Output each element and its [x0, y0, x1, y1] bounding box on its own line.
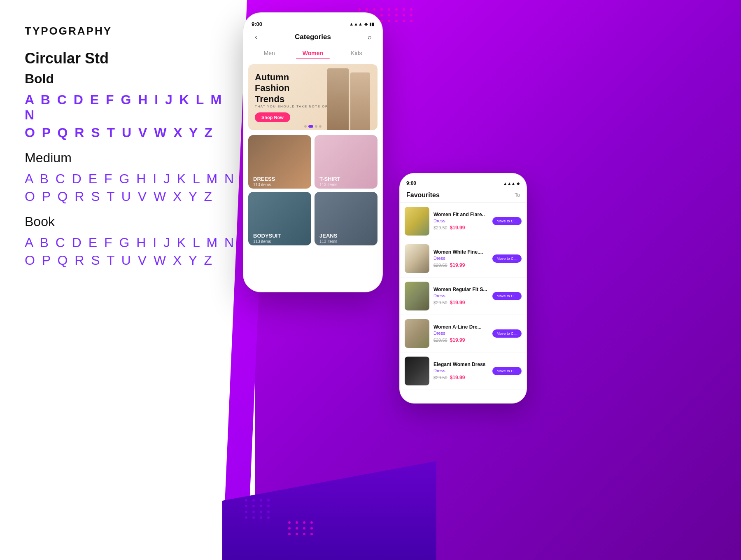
- tab-men[interactable]: Men: [257, 47, 282, 59]
- font-block-book: Book A B C D E F G H I J K L M N O P Q R…: [25, 214, 239, 268]
- typography-section: TYPOGRAPHY Circular Std Bold A B C D E F…: [25, 25, 239, 278]
- phone-header: ‹ Categories ⌕: [243, 31, 382, 43]
- alphabet-medium-row2: O P Q R S T U V W X Y Z: [25, 189, 239, 204]
- category-label-tshirt: T-SHIRT: [319, 176, 340, 182]
- alphabet-bold-row2: O P Q R S T U V W X Y Z: [25, 125, 239, 140]
- sec-status-time: 9:00: [406, 180, 416, 186]
- font-weight-book-label: Book: [25, 214, 239, 229]
- phone-main-mockup: 9:00 ▲▲▲ ◆ ▮▮ ‹ Categories ⌕ Men Women K…: [243, 12, 383, 292]
- fav-item-image-1: [405, 207, 429, 236]
- fav-item-category-4: Dress: [433, 331, 488, 336]
- category-card-jeans[interactable]: JEANS 113 items: [315, 192, 377, 245]
- fav-item-details-3: Women Regular Fit S... Dress $29.50 $19.…: [433, 287, 488, 306]
- banner-subtitle: THAT YOU SHOULD TAKE NOTE OF: [255, 105, 328, 108]
- category-count-bodysuit: 113 items: [253, 239, 271, 244]
- font-weight-bold-label: Bold: [25, 71, 239, 86]
- fav-item-name-1: Women Fit and Flare..: [433, 212, 488, 217]
- fav-move-to-cart-5[interactable]: Move to Cl...: [492, 367, 522, 375]
- phone-status-bar: 9:00 ▲▲▲ ◆ ▮▮: [243, 13, 382, 31]
- fav-item-image-3: [405, 282, 429, 310]
- fav-item-details-2: Women White Fine.... Dress $29.50 $19.99: [433, 249, 488, 268]
- phone-secondary-mockup: 9:00 ▲▲▲ ◆ Favourites To Women Fit and F…: [399, 173, 527, 404]
- fav-item-details-1: Women Fit and Flare.. Dress $29.50 $19.9…: [433, 212, 488, 231]
- sec-wifi-icon: ◆: [517, 181, 520, 186]
- fav-move-to-cart-2[interactable]: Move to Cl...: [492, 254, 522, 263]
- category-label-bodysuit: BODYSUIT: [253, 233, 281, 239]
- fav-move-to-cart-4[interactable]: Move to Cl...: [492, 329, 522, 338]
- fav-move-to-cart-3[interactable]: Move to Cl...: [492, 292, 522, 300]
- fav-item-category-2: Dress: [433, 256, 488, 261]
- category-card-bodysuit[interactable]: BODYSUIT 113 items: [248, 192, 311, 245]
- fav-item-prices-4: $29.50 $19.99: [433, 337, 488, 343]
- category-count-jeans: 113 items: [319, 239, 337, 244]
- fav-item-details-5: Elegant Women Dress Dress $29.50 $19.99: [433, 362, 488, 380]
- fav-item-category-5: Dress: [433, 368, 488, 373]
- typography-section-title: TYPOGRAPHY: [25, 25, 239, 37]
- fav-item-new-price-1: $19.99: [450, 225, 465, 231]
- category-card-tshirt[interactable]: T-SHIRT 113 items: [315, 135, 377, 189]
- banner-text: AutumnFashionTrends THAT YOU SHOULD TAKE…: [248, 65, 334, 129]
- sec-status-icons: ▲▲▲ ◆: [503, 181, 520, 186]
- font-block-medium: Medium A B C D E F G H I J K L M N O P Q…: [25, 150, 239, 204]
- fav-item-prices-2: $29.50 $19.99: [433, 262, 488, 268]
- phone-header-title: Categories: [295, 33, 331, 41]
- category-count-dress: 113 items: [253, 182, 271, 187]
- alphabet-medium-row1: A B C D E F G H I J K L M N: [25, 171, 239, 187]
- font-family-name: Circular Std: [25, 50, 239, 67]
- sec-header-link[interactable]: To: [515, 192, 520, 198]
- banner-headline: AutumnFashionTrends: [255, 72, 328, 105]
- list-item: Women A-Line Dre... Dress $29.50 $19.99 …: [400, 315, 527, 352]
- category-label-jeans: JEANS: [319, 233, 337, 239]
- tab-women[interactable]: Women: [296, 47, 330, 59]
- dots-corner-decoration: [245, 499, 271, 519]
- battery-icon: ▮▮: [369, 21, 374, 27]
- alphabet-book-row2: O P Q R S T U V W X Y Z: [25, 253, 239, 268]
- fav-item-new-price-5: $19.99: [450, 375, 465, 380]
- fav-item-name-2: Women White Fine....: [433, 249, 488, 255]
- list-item: Women White Fine.... Dress $29.50 $19.99…: [400, 240, 527, 278]
- shop-now-button[interactable]: Shop Now: [255, 112, 290, 122]
- fav-item-prices-1: $29.50 $19.99: [433, 225, 488, 231]
- alphabet-bold-row1: A B C D E F G H I J K L M N: [25, 92, 239, 123]
- fav-item-old-price-5: $29.50: [433, 375, 447, 380]
- phone-banner: AutumnFashionTrends THAT YOU SHOULD TAKE…: [248, 64, 377, 130]
- fav-item-new-price-4: $19.99: [450, 337, 465, 343]
- tab-kids[interactable]: Kids: [344, 47, 368, 59]
- fav-item-name-5: Elegant Women Dress: [433, 362, 488, 367]
- fav-item-image-2: [405, 244, 429, 273]
- fav-item-prices-5: $29.50 $19.99: [433, 375, 488, 380]
- list-item: Women Regular Fit S... Dress $29.50 $19.…: [400, 278, 527, 315]
- fav-item-prices-3: $29.50 $19.99: [433, 300, 488, 306]
- fav-item-category-1: Dress: [433, 218, 488, 223]
- fav-item-new-price-2: $19.99: [450, 262, 465, 268]
- fav-item-new-price-3: $19.99: [450, 300, 465, 306]
- signal-icon: ▲▲▲: [349, 21, 363, 26]
- phone-sec-status-bar: 9:00 ▲▲▲ ◆: [400, 173, 527, 190]
- fav-move-to-cart-1[interactable]: Move to Cl...: [492, 217, 522, 225]
- alphabet-book-row1: A B C D E F G H I J K L M N: [25, 235, 239, 250]
- fav-item-image-4: [405, 319, 429, 348]
- fav-item-name-4: Women A-Line Dre...: [433, 324, 488, 330]
- category-card-dress[interactable]: DREESS 113 items: [248, 135, 311, 189]
- font-weight-medium-label: Medium: [25, 150, 239, 166]
- wifi-icon: ◆: [364, 21, 368, 27]
- status-time: 9:00: [252, 21, 262, 27]
- fav-item-image-5: [405, 357, 429, 385]
- back-button[interactable]: ‹: [250, 31, 262, 43]
- category-label-dress: DREESS: [253, 176, 275, 182]
- phone-sec-header: Favourites To: [400, 190, 527, 203]
- fav-item-category-3: Dress: [433, 293, 488, 298]
- sec-signal-icon: ▲▲▲: [503, 181, 515, 186]
- dots-bottom-decoration: [288, 521, 315, 535]
- phone-tabs: Men Women Kids: [243, 47, 382, 59]
- fav-item-name-3: Women Regular Fit S...: [433, 287, 488, 292]
- search-button[interactable]: ⌕: [364, 31, 376, 43]
- fav-item-old-price-3: $29.50: [433, 300, 447, 305]
- font-block-bold: Bold A B C D E F G H I J K L M N O P Q R…: [25, 71, 239, 140]
- list-item: Elegant Women Dress Dress $29.50 $19.99 …: [400, 352, 527, 390]
- fav-item-old-price-2: $29.50: [433, 263, 447, 268]
- favourites-list: Women Fit and Flare.. Dress $29.50 $19.9…: [400, 203, 527, 390]
- phone-category-grid: DREESS 113 items T-SHIRT 113 items BODYS…: [243, 135, 382, 245]
- sec-header-title: Favourites: [406, 191, 440, 199]
- fav-item-old-price-4: $29.50: [433, 338, 447, 343]
